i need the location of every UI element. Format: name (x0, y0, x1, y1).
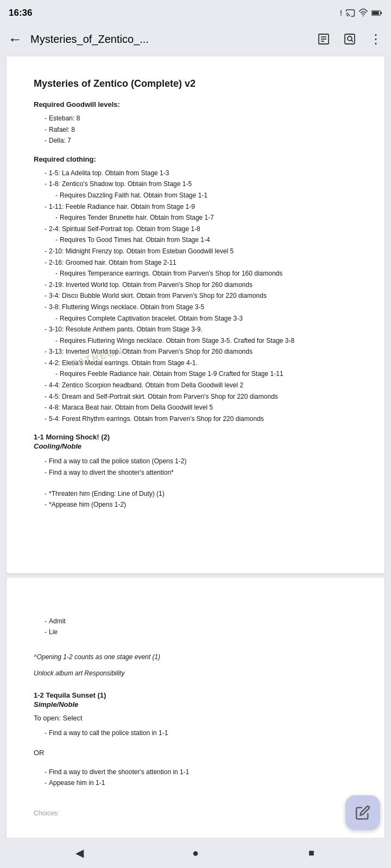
back-button[interactable]: ← (4, 28, 26, 50)
stage-1-1-heading: 1-1 Morning Shock! (2) (34, 433, 357, 441)
stage-1-2-item-0: -Find a way to call the police station i… (34, 727, 357, 739)
clothing-item-9: -Requires Temperance earrings. Obtain fr… (34, 268, 357, 279)
clothing-item-4: -Requires Tender Brunette hair. Obtain f… (34, 212, 357, 224)
clothing-item-8: -2-16: Groomed hair. Obtain from Stage 2… (34, 257, 357, 269)
status-icons: ! (340, 8, 382, 18)
required-clothing-section: Required clothing: -1-5: La Adelita top.… (34, 155, 357, 425)
clothing-item-18: -Requires Feeble Radiance hair. Obtain f… (34, 368, 357, 380)
page2-item-lie: -Lie (34, 627, 357, 638)
status-time: 16:36 (9, 8, 32, 18)
clothing-item-3: -1-11: Feeble Radiance hair. Obtain from… (34, 201, 357, 213)
clothing-item-14: -3-10: Resolute Anthem pants. Obtain fro… (34, 324, 357, 335)
svg-point-1 (363, 15, 364, 16)
stage-1-2-subheading: Simple/Noble (34, 700, 357, 709)
battery-icon (371, 10, 382, 16)
search-button[interactable] (339, 28, 361, 50)
clothing-item-6: -Requires To Good Times hat. Obtain from… (34, 234, 357, 246)
clothing-item-13: -Requires Complete Captivation bracelet.… (34, 313, 357, 324)
cast-icon (345, 8, 355, 18)
back-nav-icon: ◀ (75, 846, 84, 859)
clothing-item-17: -4-2: Elena's Medal earrings. Obtain fro… (34, 358, 357, 369)
page2-top-items: -Admit -Lie (34, 616, 357, 638)
recents-nav-icon: ■ (308, 847, 314, 859)
clothing-item-11: -3-4: Disco Bubble World skirt. Obtain f… (34, 290, 357, 302)
top-nav: ← Mysteries_of_Zentico_... ⋮ (0, 24, 391, 56)
choices-label: Choices: (34, 809, 357, 817)
stage-1-1-subheading: Cooling/Noble (34, 442, 357, 450)
required-goodwill-section: Required Goodwill levels: -Esteban: 8 -R… (34, 100, 357, 146)
fab-edit-button[interactable] (345, 795, 380, 830)
svg-rect-4 (372, 11, 379, 15)
clothing-item-2: -Requires Dazzling Faith hat. Obtain fro… (34, 190, 357, 201)
clothing-item-0: -1-5: La Adelita top. Obtain from Stage … (34, 168, 357, 179)
document-title: Mysteries of Zentico (Complete) v2 (34, 78, 357, 90)
stage-1-1-item-1: -Find a way to divert the shooter's atte… (34, 467, 357, 478)
stage-1-2-heading: 1-2 Tequila Sunset (1) (34, 691, 357, 699)
overflow-menu-button[interactable]: ⋮ (365, 28, 387, 50)
goodwill-esteban: -Esteban: 8 (34, 113, 357, 124)
clothing-item-15: -Requires Fluttering Wings necklace. Obt… (34, 335, 357, 347)
clothing-item-19: -4-4: Zentico Scorpion headband. Obtain … (34, 380, 357, 391)
edit-icon (355, 805, 370, 820)
stage-1-2-item-1: -Find a way to divert the shooter's atte… (34, 767, 357, 778)
stage-1-2-section: 1-2 Tequila Sunset (1) Simple/Noble To o… (34, 691, 357, 789)
stage-1-2-item-2: -Appease him in 1-1 (34, 777, 357, 789)
clothing-item-10: -2-19: Inverted World top. Obtain from P… (34, 279, 357, 291)
stage-1-1-item-0: -Find a way to call the police station (… (34, 456, 357, 467)
status-bar: 16:36 ! (0, 0, 391, 24)
stage-1-2-to-open: To open: Select (34, 714, 357, 722)
goodwill-della: -Della: 7 (34, 135, 357, 146)
stage-1-1-item-3: -*Appease him (Opens 1-2) (34, 499, 357, 510)
document-page-1: Mysteries of Zentico (Complete) v2 Requi… (7, 56, 384, 573)
svg-rect-3 (381, 12, 382, 14)
unlock-note: Unlock album art Responsibility (34, 669, 357, 677)
page-title: Mysteries_of_Zentico_... (30, 33, 308, 46)
clothing-item-1: -1-8: Zentico's Shadow top. Obtain from … (34, 178, 357, 190)
clothing-item-22: -5-4: Forest Rhythm earrings. Obtain fro… (34, 413, 357, 425)
or-separator: OR (34, 749, 357, 757)
document-page-2: -Admit -Lie ^Opening 1-2 counts as one s… (7, 578, 384, 868)
home-nav-icon: ● (192, 847, 199, 859)
opening-note: ^Opening 1-2 counts as one stage event (… (34, 653, 357, 661)
wifi-icon (358, 8, 368, 18)
home-nav-button[interactable]: ● (184, 841, 207, 865)
clothing-item-16: -3-13: Inverted World top. Obtain from P… (34, 346, 357, 358)
goodwill-rafael: -Rafael: 8 (34, 124, 357, 136)
clothing-heading: Required clothing: (34, 155, 357, 163)
svg-point-10 (348, 36, 352, 41)
clothing-item-20: -4-5: Dream and Self-Portrait skirt. Obt… (34, 391, 357, 403)
clothing-item-7: -2-10: Midnight Frenzy top. Obtain from … (34, 246, 357, 257)
recents-nav-button[interactable]: ■ (299, 841, 323, 865)
clothing-item-21: -4-8: Maraca Beat hair. Obtain from Dell… (34, 402, 357, 413)
document-container: Mysteries of Zentico (Complete) v2 Requi… (0, 56, 391, 868)
goodwill-heading: Required Goodwill levels: (34, 100, 357, 108)
stage-1-1-section: 1-1 Morning Shock! (2) Cooling/Noble -Fi… (34, 433, 357, 510)
text-view-button[interactable] (313, 28, 335, 50)
bottom-navigation: ◀ ● ■ (0, 838, 391, 868)
back-nav-button[interactable]: ◀ (68, 841, 92, 865)
clothing-item-5: -2-4: Spiritual Self-Portrait top. Obtai… (34, 224, 357, 235)
clothing-item-12: -3-8: Fluttering Wings necklace. Obtain … (34, 302, 357, 313)
svg-rect-9 (345, 34, 355, 44)
stage-1-1-item-2: -*Threaten him (Ending: Line of Duty) (1… (34, 488, 357, 500)
svg-line-11 (351, 40, 353, 42)
page2-item-admit: -Admit (34, 616, 357, 627)
alert-icon: ! (340, 9, 342, 17)
